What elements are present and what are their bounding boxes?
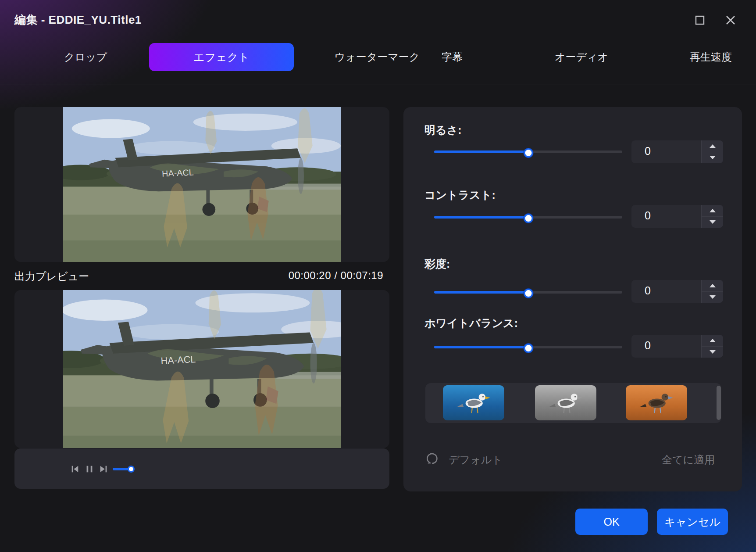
brightness-label: 明るさ:	[424, 123, 462, 137]
skip-back-button[interactable]	[70, 464, 80, 474]
white-balance-slider-handle[interactable]	[524, 344, 533, 353]
header-divider	[0, 85, 756, 85]
edit-dialog: 編集 - EDDIE_YU.Title1 クロップ エフェクト ウォーターマーク…	[0, 0, 756, 552]
skip-forward-button[interactable]	[99, 464, 108, 474]
apply-to-all-button[interactable]: 全てに適用	[662, 453, 715, 467]
brightness-slider-handle[interactable]	[524, 148, 533, 158]
close-icon	[724, 21, 738, 29]
contrast-decrement-button[interactable]	[702, 216, 723, 228]
filter-thumbnail-strip	[425, 383, 721, 423]
contrast-slider[interactable]	[434, 214, 622, 221]
brightness-spin-buttons	[701, 140, 723, 163]
saturation-slider[interactable]	[434, 289, 622, 296]
tab-crop[interactable]: クロップ	[64, 43, 107, 71]
brightness-decrement-button[interactable]	[702, 152, 723, 163]
tab-effect-label: エフェクト	[193, 50, 250, 65]
white-balance-value[interactable]: 0	[645, 339, 651, 352]
saturation-increment-button[interactable]	[702, 280, 723, 292]
reset-default-button[interactable]	[425, 452, 439, 465]
saturation-value[interactable]: 0	[645, 284, 651, 297]
brightness-value[interactable]: 0	[645, 145, 651, 158]
pause-icon	[85, 468, 94, 475]
brightness-increment-button[interactable]	[702, 140, 723, 152]
tab-watermark[interactable]: ウォーターマーク	[335, 43, 420, 71]
arrow-down-icon	[710, 156, 716, 159]
preview-label-row: 出力プレビュー 00:00:20 / 00:07:19	[14, 263, 389, 289]
saturation-slider-handle[interactable]	[524, 289, 533, 298]
transport-bar	[14, 448, 389, 489]
close-button[interactable]	[724, 13, 738, 27]
volume-slider[interactable]	[113, 468, 131, 470]
maximize-icon	[693, 21, 707, 29]
output-video-frame	[63, 290, 341, 448]
arrow-down-icon	[710, 220, 716, 224]
filter-thumbnail-sepia[interactable]	[626, 385, 687, 420]
saturation-spinner: 0	[631, 280, 723, 303]
contrast-value[interactable]: 0	[645, 209, 651, 222]
output-preview-panel	[14, 290, 389, 448]
white-balance-slider[interactable]	[434, 344, 622, 351]
saturation-spin-buttons	[701, 280, 723, 303]
tab-effect[interactable]: エフェクト	[149, 43, 294, 71]
output-preview-label: 出力プレビュー	[14, 269, 89, 283]
brightness-spinner: 0	[631, 140, 723, 163]
contrast-spin-buttons	[701, 205, 723, 228]
volume-slider-handle[interactable]	[128, 466, 135, 473]
arrow-up-icon	[710, 284, 716, 287]
timecode: 00:00:20 / 00:07:19	[289, 269, 383, 282]
contrast-slider-fill	[434, 216, 528, 219]
white-balance-label: ホワイトバランス:	[424, 316, 518, 330]
tab-subtitle[interactable]: 字幕	[442, 43, 463, 71]
arrow-down-icon	[710, 350, 716, 354]
white-balance-spinner: 0	[631, 335, 723, 358]
contrast-label: コントラスト:	[424, 188, 496, 202]
saturation-slider-fill	[434, 291, 528, 294]
saturation-label: 彩度:	[424, 257, 450, 271]
source-preview-panel	[14, 107, 389, 262]
cancel-button-label: キャンセル	[664, 515, 720, 529]
brightness-slider[interactable]	[434, 148, 622, 155]
maximize-button[interactable]	[693, 13, 707, 27]
filter-thumbnail-original[interactable]	[443, 385, 504, 420]
white-balance-slider-fill	[434, 346, 528, 348]
ok-button-label: OK	[603, 516, 619, 528]
ok-button[interactable]: OK	[575, 509, 648, 535]
white-balance-spin-buttons	[701, 335, 723, 358]
cancel-button[interactable]: キャンセル	[657, 509, 728, 535]
reset-icon	[425, 459, 439, 466]
arrow-down-icon	[710, 295, 716, 299]
skip-back-icon	[70, 468, 80, 475]
filter-thumbnail-grayscale[interactable]	[535, 385, 596, 420]
contrast-slider-handle[interactable]	[524, 214, 533, 223]
arrow-up-icon	[710, 209, 716, 212]
dialog-title: 編集 - EDDIE_YU.Title1	[14, 12, 142, 28]
source-video-frame	[63, 107, 341, 262]
effects-panel: 明るさ: 0 コントラスト: 0 彩度:	[403, 107, 742, 491]
filter-strip-scrollbar[interactable]	[717, 386, 721, 420]
white-balance-decrement-button[interactable]	[702, 346, 723, 358]
saturation-decrement-button[interactable]	[702, 291, 723, 303]
contrast-increment-button[interactable]	[702, 205, 723, 217]
skip-forward-icon	[99, 468, 108, 475]
tab-playback-speed[interactable]: 再生速度	[690, 43, 732, 71]
arrow-up-icon	[710, 339, 716, 342]
contrast-spinner: 0	[631, 205, 723, 228]
white-balance-increment-button[interactable]	[702, 335, 723, 347]
tab-audio[interactable]: オーディオ	[555, 43, 608, 71]
default-label[interactable]: デフォルト	[449, 453, 503, 467]
brightness-slider-fill	[434, 151, 528, 153]
pause-button[interactable]	[85, 464, 94, 474]
arrow-up-icon	[710, 144, 716, 148]
